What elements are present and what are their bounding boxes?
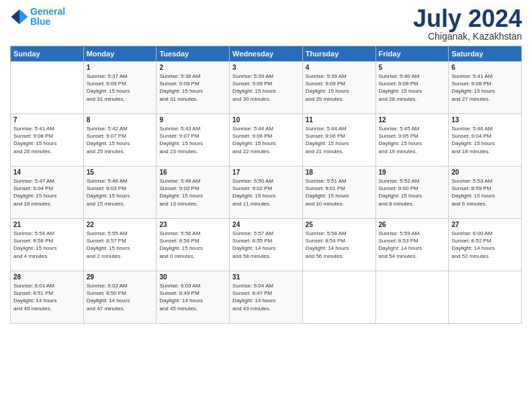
logo: General Blue <box>10 7 65 28</box>
day-number: 9 <box>159 116 226 124</box>
week-row-2: 7Sunrise: 5:41 AMSunset: 9:08 PMDaylight… <box>11 114 522 167</box>
day-number: 15 <box>87 169 154 176</box>
day-cell: 17Sunrise: 5:50 AMSunset: 9:02 PMDayligh… <box>230 167 303 219</box>
day-cell: 21Sunrise: 5:54 AMSunset: 8:58 PMDayligh… <box>11 219 84 271</box>
day-cell: 2Sunrise: 5:38 AMSunset: 9:09 PMDaylight… <box>157 62 230 114</box>
day-cell: 26Sunrise: 5:59 AMSunset: 8:53 PMDayligh… <box>375 219 449 271</box>
col-wednesday: Wednesday <box>230 46 303 62</box>
day-info: Sunrise: 5:54 AMSunset: 8:58 PMDaylight:… <box>13 230 81 260</box>
day-number: 30 <box>159 273 226 281</box>
day-info: Sunrise: 5:53 AMSunset: 8:59 PMDaylight:… <box>451 177 519 208</box>
day-info: Sunrise: 5:43 AMSunset: 9:07 PMDaylight:… <box>159 125 226 155</box>
week-row-4: 21Sunrise: 5:54 AMSunset: 8:58 PMDayligh… <box>11 219 522 271</box>
day-number: 24 <box>232 221 300 228</box>
day-info: Sunrise: 5:41 AMSunset: 9:08 PMDaylight:… <box>451 73 519 103</box>
day-info: Sunrise: 5:44 AMSunset: 9:06 PMDaylight:… <box>232 125 300 155</box>
day-info: Sunrise: 5:44 AMSunset: 9:06 PMDaylight:… <box>306 125 373 155</box>
day-cell: 12Sunrise: 5:45 AMSunset: 9:05 PMDayligh… <box>375 114 449 167</box>
day-info: Sunrise: 5:37 AMSunset: 9:09 PMDaylight:… <box>87 73 154 103</box>
day-info: Sunrise: 5:59 AMSunset: 8:53 PMDaylight:… <box>379 230 446 260</box>
day-number: 22 <box>87 221 154 228</box>
day-cell: 30Sunrise: 6:03 AMSunset: 8:49 PMDayligh… <box>157 271 230 324</box>
week-row-5: 28Sunrise: 6:01 AMSunset: 8:51 PMDayligh… <box>11 271 522 324</box>
day-info: Sunrise: 6:00 AMSunset: 8:52 PMDaylight:… <box>451 230 519 260</box>
day-info: Sunrise: 5:55 AMSunset: 8:57 PMDaylight:… <box>87 230 154 260</box>
col-sunday: Sunday <box>11 46 84 62</box>
day-number: 29 <box>87 273 154 281</box>
day-number: 8 <box>87 116 154 124</box>
day-info: Sunrise: 5:56 AMSunset: 8:56 PMDaylight:… <box>159 230 226 260</box>
day-info: Sunrise: 6:02 AMSunset: 8:50 PMDaylight:… <box>87 282 154 312</box>
day-cell: 10Sunrise: 5:44 AMSunset: 9:06 PMDayligh… <box>230 114 303 167</box>
day-number: 6 <box>451 64 519 71</box>
day-number: 19 <box>379 169 446 176</box>
day-number: 31 <box>232 273 300 281</box>
col-tuesday: Tuesday <box>157 46 230 62</box>
day-cell: 18Sunrise: 5:51 AMSunset: 9:01 PMDayligh… <box>302 167 375 219</box>
day-info: Sunrise: 5:40 AMSunset: 9:08 PMDaylight:… <box>379 73 446 103</box>
day-cell: 14Sunrise: 5:47 AMSunset: 9:04 PMDayligh… <box>11 167 84 219</box>
day-info: Sunrise: 5:38 AMSunset: 9:09 PMDaylight:… <box>159 73 226 103</box>
header: General Blue July 2024 Chiganak, Kazakhs… <box>10 7 522 42</box>
day-info: Sunrise: 5:42 AMSunset: 9:07 PMDaylight:… <box>87 125 154 155</box>
svg-marker-0 <box>19 10 28 25</box>
day-info: Sunrise: 5:47 AMSunset: 9:04 PMDaylight:… <box>13 177 81 208</box>
day-info: Sunrise: 5:41 AMSunset: 9:08 PMDaylight:… <box>13 125 81 155</box>
day-cell: 22Sunrise: 5:55 AMSunset: 8:57 PMDayligh… <box>83 219 157 271</box>
calendar-header: Sunday Monday Tuesday Wednesday Thursday… <box>11 46 522 62</box>
day-number: 16 <box>159 169 226 176</box>
day-cell: 7Sunrise: 5:41 AMSunset: 9:08 PMDaylight… <box>11 114 84 167</box>
day-number: 26 <box>379 221 446 228</box>
day-cell <box>11 62 84 114</box>
logo-text-line2: Blue <box>30 17 65 27</box>
calendar-body: 1Sunrise: 5:37 AMSunset: 9:09 PMDaylight… <box>11 62 522 324</box>
day-info: Sunrise: 5:46 AMSunset: 9:04 PMDaylight:… <box>451 125 519 155</box>
day-number: 25 <box>306 221 373 228</box>
day-number: 10 <box>232 116 300 124</box>
day-info: Sunrise: 5:57 AMSunset: 8:55 PMDaylight:… <box>232 230 300 260</box>
day-info: Sunrise: 5:39 AMSunset: 9:09 PMDaylight:… <box>232 73 300 103</box>
day-cell: 6Sunrise: 5:41 AMSunset: 9:08 PMDaylight… <box>449 62 522 114</box>
col-thursday: Thursday <box>302 46 375 62</box>
day-number: 17 <box>232 169 300 176</box>
day-info: Sunrise: 5:51 AMSunset: 9:01 PMDaylight:… <box>306 177 373 208</box>
day-cell: 3Sunrise: 5:39 AMSunset: 9:09 PMDaylight… <box>230 62 303 114</box>
day-number: 14 <box>13 169 81 176</box>
day-info: Sunrise: 5:39 AMSunset: 9:09 PMDaylight:… <box>306 73 373 103</box>
day-number: 11 <box>306 116 373 124</box>
day-cell <box>375 271 449 324</box>
month-title: July 2024 <box>413 7 522 31</box>
day-info: Sunrise: 5:52 AMSunset: 9:00 PMDaylight:… <box>379 177 446 208</box>
col-friday: Friday <box>375 46 449 62</box>
day-cell: 24Sunrise: 5:57 AMSunset: 8:55 PMDayligh… <box>230 219 303 271</box>
day-cell: 15Sunrise: 5:48 AMSunset: 9:03 PMDayligh… <box>83 167 157 219</box>
day-cell: 11Sunrise: 5:44 AMSunset: 9:06 PMDayligh… <box>302 114 375 167</box>
day-number: 2 <box>159 64 226 71</box>
day-cell: 20Sunrise: 5:53 AMSunset: 8:59 PMDayligh… <box>449 167 522 219</box>
day-cell: 1Sunrise: 5:37 AMSunset: 9:09 PMDaylight… <box>83 62 157 114</box>
header-row: Sunday Monday Tuesday Wednesday Thursday… <box>11 46 522 62</box>
col-saturday: Saturday <box>449 46 522 62</box>
day-cell <box>449 271 522 324</box>
day-info: Sunrise: 5:45 AMSunset: 9:05 PMDaylight:… <box>379 125 446 155</box>
day-number: 1 <box>87 64 154 71</box>
day-cell: 4Sunrise: 5:39 AMSunset: 9:09 PMDaylight… <box>302 62 375 114</box>
col-monday: Monday <box>83 46 157 62</box>
day-cell: 9Sunrise: 5:43 AMSunset: 9:07 PMDaylight… <box>157 114 230 167</box>
day-number: 18 <box>306 169 373 176</box>
day-number: 7 <box>13 116 81 124</box>
logo-icon <box>10 7 29 26</box>
day-number: 20 <box>451 169 519 176</box>
day-cell: 16Sunrise: 5:49 AMSunset: 9:02 PMDayligh… <box>157 167 230 219</box>
day-number: 27 <box>451 221 519 228</box>
day-cell: 29Sunrise: 6:02 AMSunset: 8:50 PMDayligh… <box>83 271 157 324</box>
day-number: 13 <box>451 116 519 124</box>
day-number: 12 <box>379 116 446 124</box>
day-cell: 31Sunrise: 6:04 AMSunset: 8:47 PMDayligh… <box>230 271 303 324</box>
day-cell: 27Sunrise: 6:00 AMSunset: 8:52 PMDayligh… <box>449 219 522 271</box>
day-cell: 25Sunrise: 5:58 AMSunset: 8:54 PMDayligh… <box>302 219 375 271</box>
title-block: July 2024 Chiganak, Kazakhstan <box>413 7 522 42</box>
week-row-3: 14Sunrise: 5:47 AMSunset: 9:04 PMDayligh… <box>11 167 522 219</box>
day-cell <box>302 271 375 324</box>
day-cell: 13Sunrise: 5:46 AMSunset: 9:04 PMDayligh… <box>449 114 522 167</box>
